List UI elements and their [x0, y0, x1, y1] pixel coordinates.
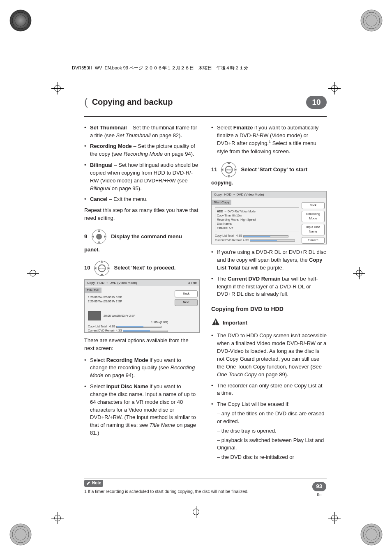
book-info-line: DVR550H_WV_EN.book 93 ページ ２００６年１２月２８日 木曜…	[72, 65, 248, 71]
svg-rect-37	[215, 320, 216, 323]
svg-point-4	[361, 10, 382, 31]
ui1-tab: Title Edit	[85, 288, 101, 293]
step-9-cont: panel.	[84, 246, 200, 254]
important-3-sub-4: – the DVD disc is re-initialized or	[217, 454, 327, 461]
note-copy-list-total: If you're using a DVD-R DL or DVD+R DL d…	[217, 249, 327, 272]
crosshair-bl-inner	[51, 512, 64, 524]
footnote-area: Note 1 If a timer recording is scheduled…	[84, 479, 327, 495]
enter-button-icon: ENTER	[220, 161, 238, 178]
ui1-rem-bar	[123, 330, 168, 332]
bracket-icon: (	[84, 94, 88, 110]
bullet-cancel: Cancel – Exit the menu.	[90, 196, 200, 203]
ui1-dur: 1h00m(2.0G)	[88, 320, 172, 325]
important-1: The DVD to HDD Copy screen isn't accessi…	[217, 332, 327, 378]
crosshair-tl-inner	[51, 82, 64, 94]
svg-point-8	[10, 524, 31, 545]
ui1-app: Copy	[87, 281, 95, 286]
svg-marker-18	[98, 230, 100, 232]
important-3-sub-2: – the disc tray is opened.	[217, 427, 327, 435]
ui2-rem-bar	[250, 240, 295, 242]
page-content: ( Copying and backup 10 Set Thumbnail – …	[84, 94, 327, 465]
svg-point-17	[96, 234, 102, 240]
warning-icon	[211, 318, 220, 329]
crosshair-br-inner	[328, 512, 341, 524]
svg-marker-39	[87, 481, 90, 485]
opt-recording-mode: Select Recording Mode if you want to cha…	[90, 357, 200, 380]
important-3-sub-3: – playback is switched between Play List…	[217, 437, 327, 452]
ui1-row1: 1 20:00 Wed20/03 Pr 3 SP	[88, 295, 172, 299]
svg-point-12	[361, 524, 382, 545]
ui2-path: HDD → DVD (Video Mode)	[224, 192, 264, 197]
ui2-app: Copy	[214, 192, 222, 197]
ui2-tab: Start Copy	[212, 200, 231, 205]
reg-mark-bl	[8, 522, 33, 547]
ui1-count: 3 Title	[188, 281, 197, 286]
ui2-inputdisc-button[interactable]: Input Disc Name	[302, 224, 325, 235]
ui1-row2: 2 20:00 Wed22/03 Pr 2 SP	[88, 299, 172, 304]
opt-finalize: Select Finalize if you want to automatic…	[217, 124, 327, 156]
svg-rect-38	[215, 323, 216, 324]
ui2-finalize-button[interactable]: Finalize	[302, 237, 325, 244]
step-10-row: 10 ENTER Select 'Next' to proceed.	[84, 260, 200, 277]
crosshair-tr-inner	[328, 82, 341, 94]
ui1-tot-val: 4.3G	[109, 325, 115, 328]
reg-mark-tr	[359, 8, 384, 33]
note-current-dvd-remain: The Current DVD Remain bar will be half-…	[217, 275, 327, 299]
note-badge: Note	[84, 480, 103, 487]
step-9-num: 9	[84, 233, 87, 241]
enter-button-icon: ENTER	[93, 260, 111, 277]
step-11-text: Select 'Start Copy' to start	[241, 166, 307, 174]
step-11-num: 11	[211, 166, 217, 174]
ui-screenshot-title-edit: CopyHDD → DVD (Video mode)3 Title Title …	[84, 279, 200, 333]
ui1-rem-lbl: Current DVD Remain	[88, 329, 115, 332]
section-heading-copying-from-dvd: Copying from DVD to HDD	[211, 305, 327, 313]
footnote-text: 1 If a timer recording is scheduled to s…	[84, 489, 249, 494]
step-9-row: 9 Display the command menu	[84, 228, 200, 245]
step-9-text: Display the command menu	[111, 233, 182, 241]
important-heading: Important	[211, 318, 327, 329]
crosshair-right	[353, 267, 365, 279]
important-label: Important	[223, 319, 247, 327]
ui1-preview: 20:00 Wed29/03 Pr 2 SP	[104, 314, 135, 317]
ui1-back-button[interactable]: Back	[175, 290, 198, 297]
ui1-path: HDD → DVD (Video mode)	[97, 281, 137, 286]
left-column: Set Thumbnail – Set the thumbnail frame …	[84, 124, 200, 465]
ui-screenshot-start-copy: CopyHDD → DVD (Video Mode) Start Copy Ba…	[211, 191, 327, 244]
reg-mark-tl	[8, 8, 33, 33]
ui1-tot-bar	[116, 326, 161, 328]
crosshair-bottom	[190, 506, 202, 518]
page-lang: En	[312, 492, 326, 497]
page-number-area: 93 En	[312, 482, 326, 497]
pencil-icon	[86, 481, 90, 485]
ui1-tot-lbl: Copy List Total	[88, 325, 107, 328]
important-3: The Copy List will be erased if: – any o…	[217, 401, 327, 461]
svg-point-0	[10, 10, 31, 31]
svg-text:ENTER: ENTER	[226, 169, 232, 171]
important-2: The recorder can only store one Copy Lis…	[217, 382, 327, 398]
bullet-recording-mode: Recording Mode – Set the picture quality…	[90, 143, 200, 158]
crosshair-left	[27, 267, 39, 279]
important-3-sub-1: – any of the titles on the DVD disc are …	[217, 410, 327, 426]
bullet-bilingual: Bilingual – Set how bilingual audio shou…	[90, 161, 200, 192]
ui2-tot-lbl: Copy List Total	[215, 234, 234, 237]
ui2-back-button[interactable]: Back	[302, 202, 325, 209]
chapter-number-badge: 10	[306, 96, 327, 109]
ui1-thumbnail	[88, 311, 101, 320]
after-ui1-text: There are several options available from…	[84, 337, 200, 352]
step-11-row: 11 ENTER Select 'Start Copy' to start	[211, 161, 327, 178]
reg-mark-br	[359, 522, 384, 547]
ui2-summary-box: HDD → DVD-RW Video Mode Copy Time 0h 16m…	[215, 207, 299, 233]
dpad-icon	[90, 228, 108, 245]
page-number: 93	[312, 482, 326, 491]
ui2-recmode-button[interactable]: Recording Mode	[302, 211, 325, 222]
ui2-tot-bar	[243, 235, 288, 237]
step-10-num: 10	[84, 264, 90, 272]
bullet-set-thumbnail: Set Thumbnail – Set the thumbnail frame …	[90, 124, 200, 140]
step-10-text: Select 'Next' to proceed.	[114, 264, 175, 272]
ui1-rem-val: 4.3G	[116, 329, 122, 332]
title-underline	[84, 116, 327, 117]
svg-marker-21	[104, 235, 106, 238]
ui1-next-button[interactable]: Next	[175, 299, 198, 306]
opt-input-disc-name: Select Input Disc Name if you want to ch…	[90, 383, 200, 437]
step-11-cont: copying.	[211, 179, 327, 187]
